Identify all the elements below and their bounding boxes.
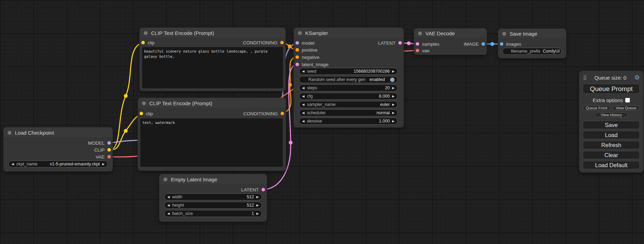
output-port-conditioning[interactable]: CONDITIONING [243,39,284,46]
node-collapse-dot[interactable] [298,31,302,35]
widget-ckpt-name[interactable]: ◀ ckpt_name v1-5-pruned-emaonly.ckpt ▶ [8,161,108,168]
node-titlebar[interactable]: CLIP Text Encode (Prompt) [138,98,286,109]
vae-port-icon[interactable] [416,49,419,52]
node-collapse-dot[interactable] [418,31,422,35]
decrement-arrow-icon[interactable]: ◀ [302,95,305,98]
node-titlebar[interactable]: VAE Decode [414,28,487,38]
negative-prompt-textarea[interactable]: text, watermark [140,118,283,167]
conditioning-port-icon[interactable] [281,112,284,115]
queue-front-button[interactable]: Queue Front [583,105,610,111]
node-titlebar[interactable]: KSampler [294,28,404,38]
clip-port-icon[interactable] [107,148,111,152]
node-collapse-dot[interactable] [142,101,146,105]
increment-arrow-icon[interactable]: ▶ [392,120,395,123]
node-clip-text-encode-positive[interactable]: CLIP Text Encode (Prompt) clip CONDITION… [140,28,285,91]
widget-cfg[interactable]: ◀ cfg 8.000 ▶ [299,93,398,100]
output-port-image[interactable]: IMAGE [464,40,485,47]
model-port-icon[interactable] [295,41,299,45]
latent-port-icon[interactable] [262,188,265,191]
node-collapse-dot[interactable] [502,32,506,36]
input-port-clip[interactable]: clip [140,110,153,117]
output-port-clip[interactable]: CLIP [94,146,111,153]
queue-prompt-button[interactable]: Queue Prompt [583,84,640,94]
increment-arrow-icon[interactable]: ▶ [256,196,259,199]
widget-filename-prefix[interactable]: filename_prefix ComfyUI [502,48,562,55]
widget-random-seed-toggle[interactable]: Random seed after every gen enabled [299,76,398,83]
increment-arrow-icon[interactable]: ▶ [392,70,395,73]
input-port-images[interactable]: images [500,40,521,47]
widget-scheduler[interactable]: ◀ scheduler normal ▶ [299,109,398,116]
widget-height[interactable]: ◀ height 512 ▶ [164,202,262,209]
vae-port-icon[interactable] [107,155,111,159]
increment-arrow-icon[interactable]: ▶ [392,111,395,115]
conditioning-port-icon[interactable] [295,55,299,59]
node-load-checkpoint[interactable]: Load Checkpoint MODEL CLIP VAE ◀ ckpt_na… [3,127,113,171]
widget-batch-size[interactable]: ◀ batch_size 1 ▶ [164,210,262,217]
node-titlebar[interactable]: Save Image [498,29,566,39]
input-port-clip[interactable]: clip [141,39,155,46]
conditioning-port-icon[interactable] [280,41,284,44]
node-collapse-dot[interactable] [144,31,148,35]
widget-width[interactable]: ◀ width 512 ▶ [164,193,262,200]
latent-port-icon[interactable] [295,63,299,66]
input-port-samples[interactable]: samples [416,40,439,47]
load-button[interactable]: Load [583,131,640,139]
toggle-enabled-icon[interactable] [390,78,395,82]
clip-port-icon[interactable] [141,41,145,44]
decrement-arrow-icon[interactable]: ◀ [302,87,305,90]
input-port-latent-image[interactable]: latent_image [295,61,328,68]
clip-port-icon[interactable] [140,112,143,115]
widget-seed[interactable]: ◀ seed 156680208700286 ▶ [299,68,398,75]
node-ksampler[interactable]: KSampler model LATENT positive negative … [294,28,404,127]
view-history-button[interactable]: View History [595,112,628,118]
view-queue-button[interactable]: View Queue [612,105,640,111]
node-clip-text-encode-negative[interactable]: CLIP Text Encode (Prompt) clip CONDITION… [138,98,286,171]
increment-arrow-icon[interactable]: ▶ [392,103,395,106]
model-port-icon[interactable] [107,141,111,145]
node-graph-canvas[interactable]: Load Checkpoint MODEL CLIP VAE ◀ ckpt_na… [0,0,644,244]
decrement-arrow-icon[interactable]: ◀ [167,196,170,199]
node-titlebar[interactable]: Load Checkpoint [3,127,113,138]
clear-button[interactable]: Clear [583,151,640,159]
decrement-arrow-icon[interactable]: ◀ [167,212,170,215]
widget-denoise[interactable]: ◀ denoise 1.000 ▶ [299,118,398,125]
latent-port-icon[interactable] [398,41,402,45]
decrement-arrow-icon[interactable]: ◀ [11,163,14,166]
increment-arrow-icon[interactable]: ▶ [256,212,259,215]
decrement-arrow-icon[interactable]: ◀ [302,70,305,73]
decrement-arrow-icon[interactable]: ◀ [302,120,305,123]
image-port-icon[interactable] [482,42,485,46]
extra-options-checkbox[interactable] [625,98,630,102]
output-port-model[interactable]: MODEL [88,139,111,146]
input-port-vae[interactable]: vae [416,47,430,54]
image-port-icon[interactable] [500,42,503,46]
input-port-negative[interactable]: negative [295,54,319,61]
node-collapse-dot[interactable] [164,178,167,181]
refresh-button[interactable]: Refresh [583,141,640,149]
load-default-button[interactable]: Load Default [583,161,640,169]
output-port-conditioning[interactable]: CONDITIONING [243,110,284,117]
widget-sampler-name[interactable]: ◀ sampler_name euler ▶ [299,101,398,108]
output-port-vae[interactable]: VAE [96,153,111,160]
gear-icon[interactable]: ⚙ [634,74,640,81]
node-vae-decode[interactable]: VAE Decode samples IMAGE vae [414,28,487,55]
node-empty-latent-image[interactable]: Empty Latent Image LATENT ◀ width 512 ▶ … [159,174,267,222]
decrement-arrow-icon[interactable]: ◀ [302,103,305,106]
node-titlebar[interactable]: Empty Latent Image [159,174,267,185]
conditioning-port-icon[interactable] [295,48,299,52]
node-titlebar[interactable]: CLIP Text Encode (Prompt) [140,28,285,38]
positive-prompt-textarea[interactable]: beautiful scenery nature glass bottle la… [142,47,283,88]
drag-handle-icon[interactable] [583,75,586,80]
increment-arrow-icon[interactable]: ▶ [256,204,259,207]
output-port-latent[interactable]: LATENT [378,39,402,46]
node-save-image[interactable]: Save Image images filename_prefix ComfyU… [498,29,566,58]
node-collapse-dot[interactable] [8,131,11,135]
input-port-model[interactable]: model [295,39,315,46]
increment-arrow-icon[interactable]: ▶ [102,163,105,166]
decrement-arrow-icon[interactable]: ◀ [167,204,170,207]
increment-arrow-icon[interactable]: ▶ [392,95,395,98]
input-port-positive[interactable]: positive [295,46,318,53]
widget-steps[interactable]: ◀ steps 20 ▶ [299,84,398,91]
latent-port-icon[interactable] [416,42,419,46]
save-button[interactable]: Save [583,121,640,129]
